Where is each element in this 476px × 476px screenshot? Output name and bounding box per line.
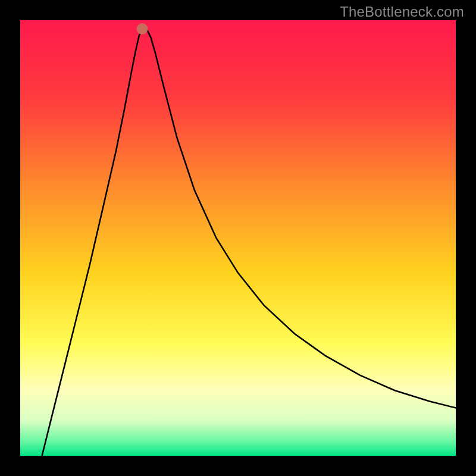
watermark-text: TheBottleneck.com (340, 4, 464, 20)
chart-container: { "watermark": "TheBottleneck.com", "cha… (0, 0, 476, 476)
bottleneck-chart (0, 0, 476, 476)
minimum-marker (137, 23, 148, 35)
plot-area (20, 20, 456, 456)
